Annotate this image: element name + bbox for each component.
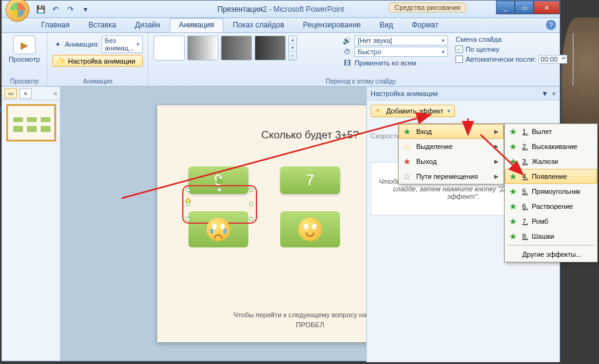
auto-after-label: Автоматически после: [465, 55, 536, 63]
group-label-transition: Переход к этому слайду [149, 77, 573, 85]
effect-category-menu[interactable]: ★Вход▶☆Выделение▶★Выход▶☆Пути перемещени… [398, 123, 504, 184]
star-icon: ★ [507, 156, 519, 167]
star-icon: ★ [507, 126, 519, 137]
on-click-label: По щелчку [465, 46, 499, 53]
group-preview: ▶ Просмотр Просмотр [2, 33, 47, 86]
redo-icon[interactable]: ↷ [64, 3, 77, 16]
apply-all-icon: 🎞 [342, 58, 352, 68]
ribbon: ▶ Просмотр Просмотр ✦ Анимация: Без аним… [2, 33, 560, 87]
slides-tab[interactable]: ▭ [4, 89, 17, 98]
star-icon: ✦ [375, 107, 384, 115]
window-controls: _ ▭ ✕ [496, 1, 560, 14]
taskpane-dropdown-icon[interactable]: ▼ [542, 90, 548, 97]
star-icon: ★ [507, 141, 519, 152]
star-icon: ★ [507, 171, 519, 182]
selection-handles[interactable] [188, 190, 251, 219]
animate-label: Анимация: [65, 41, 99, 48]
tab-design[interactable]: Дизайн [125, 18, 169, 32]
speed-combo[interactable]: Быстро [354, 47, 448, 57]
star-icon: ★ [507, 186, 519, 197]
minimize-button[interactable]: _ [496, 1, 515, 14]
animate-icon: ✦ [52, 39, 62, 49]
close-button[interactable]: ✕ [533, 1, 560, 14]
animate-combo[interactable]: Без анимац... [102, 36, 143, 53]
qat-more-icon[interactable]: ▾ [79, 3, 92, 16]
taskpane-close-icon[interactable]: × [552, 90, 556, 97]
quick-access-toolbar: 💾 ↶ ↷ ▾ [34, 3, 92, 16]
transition-gallery[interactable]: ▴▾▿ [153, 36, 334, 60]
tab-insert[interactable]: Вставка [79, 18, 126, 32]
custom-animation-icon: ✨ [57, 57, 66, 65]
star-icon: ☆ [401, 171, 412, 182]
taskpane-title: Настройка анимации [371, 90, 438, 97]
menu-item-Жалюзи[interactable]: ★3. Жалюзи [505, 154, 597, 169]
tab-home[interactable]: Главная [32, 18, 79, 32]
menu-item-Шашки[interactable]: ★8. Шашки [505, 229, 597, 244]
menu-item-Выделение[interactable]: ☆Выделение▶ [399, 139, 504, 154]
menu-item-Вход[interactable]: ★Вход▶ [399, 124, 504, 139]
menu-item-Вылет[interactable]: ★1. Вылет [505, 124, 597, 139]
help-icon[interactable]: ? [546, 20, 556, 30]
transition-thumb[interactable] [255, 36, 286, 60]
star-icon: ★ [507, 201, 519, 212]
star-icon: ★ [401, 156, 412, 167]
rotate-handle[interactable] [217, 179, 222, 184]
add-effect-button[interactable]: ✦ Добавить эффект [371, 105, 455, 117]
menu-item-Растворение[interactable]: ★6. Растворение [505, 199, 597, 214]
emoji-button-2[interactable] [280, 211, 340, 247]
group-label-preview: Просмотр [7, 77, 42, 85]
custom-animation-button[interactable]: ✨ Настройка анимации [52, 55, 143, 67]
star-icon: ★ [507, 216, 519, 227]
menu-item-Появление[interactable]: ★4. Появление [505, 169, 597, 184]
on-click-checkbox[interactable]: ✓ [455, 46, 463, 53]
slide-number: 1 [0, 106, 2, 113]
titlebar: 💾 ↶ ↷ ▾ Презентация2 - Microsoft PowerPo… [2, 1, 560, 18]
menu-item-Прямоугольник[interactable]: ★5. Прямоугольник [505, 184, 597, 199]
panel-close-icon[interactable]: × [54, 90, 57, 97]
star-icon: ★ [401, 126, 412, 137]
transition-thumb[interactable] [187, 36, 218, 60]
auto-after-checkbox[interactable] [455, 55, 463, 63]
tab-view[interactable]: Вид [370, 18, 402, 32]
group-animation: ✦ Анимация: Без анимац... ✨ Настройка ан… [47, 33, 149, 86]
app-name: - Microsoft PowerPoint [267, 5, 344, 14]
apply-all-button[interactable]: 🎞Применить ко всем [342, 58, 448, 68]
star-icon: ☆ [401, 141, 412, 152]
menu-item-Выскакивание[interactable]: ★2. Выскакивание [505, 139, 597, 154]
group-transition: ▴▾▿ 🔊[Нет звука] ⏱Быстро 🎞Применить ко в… [149, 33, 573, 86]
advance-title: Смена слайда [455, 36, 568, 43]
tab-animations[interactable]: Анимация [170, 18, 223, 32]
outline-tab[interactable]: ≡ [19, 89, 32, 98]
answer-button-7[interactable]: 7 [280, 166, 340, 194]
ribbon-tabs: Главная Вставка Дизайн Анимация Показ сл… [2, 18, 560, 33]
contextual-tab-label: Средства рисования [389, 2, 466, 12]
menu-item-Ромб[interactable]: ★7. Ромб [505, 214, 597, 229]
transition-none[interactable] [153, 36, 185, 60]
entrance-effects-menu[interactable]: ★1. Вылет★2. Выскакивание★3. Жалюзи★4. П… [504, 123, 598, 262]
menu-item-Пути перемещения[interactable]: ☆Пути перемещения▶ [399, 169, 504, 184]
gallery-more[interactable]: ▴▾▿ [288, 36, 297, 60]
menu-item-more-effects[interactable]: Другие эффекты... [505, 247, 597, 262]
undo-icon[interactable]: ↶ [49, 3, 62, 16]
group-label-animation: Анимация [52, 77, 143, 85]
auto-time-input[interactable]: 00:00 [538, 55, 567, 64]
sound-icon: 🔊 [342, 36, 352, 46]
menu-item-Выход[interactable]: ★Выход▶ [399, 154, 504, 169]
tab-slideshow[interactable]: Показ слайдов [223, 18, 294, 32]
window-title: Презентация2 - Microsoft PowerPoint [217, 5, 344, 14]
doc-name: Презентация2 [217, 5, 266, 14]
preview-icon[interactable]: ▶ [13, 36, 36, 54]
sound-combo[interactable]: [Нет звука] [354, 36, 448, 46]
speed-icon: ⏱ [342, 47, 352, 57]
maximize-button[interactable]: ▭ [515, 1, 533, 14]
transition-thumb[interactable] [221, 36, 252, 60]
tab-format[interactable]: Формат [402, 18, 448, 32]
star-icon: ★ [507, 231, 519, 242]
slides-panel: ▭ ≡ × 1 [2, 87, 61, 361]
slide-thumbnail-1[interactable]: 1 [7, 105, 55, 140]
tab-review[interactable]: Рецензирование [294, 18, 371, 32]
preview-label[interactable]: Просмотр [9, 55, 40, 63]
save-icon[interactable]: 💾 [34, 3, 47, 16]
office-button[interactable] [6, 0, 29, 22]
